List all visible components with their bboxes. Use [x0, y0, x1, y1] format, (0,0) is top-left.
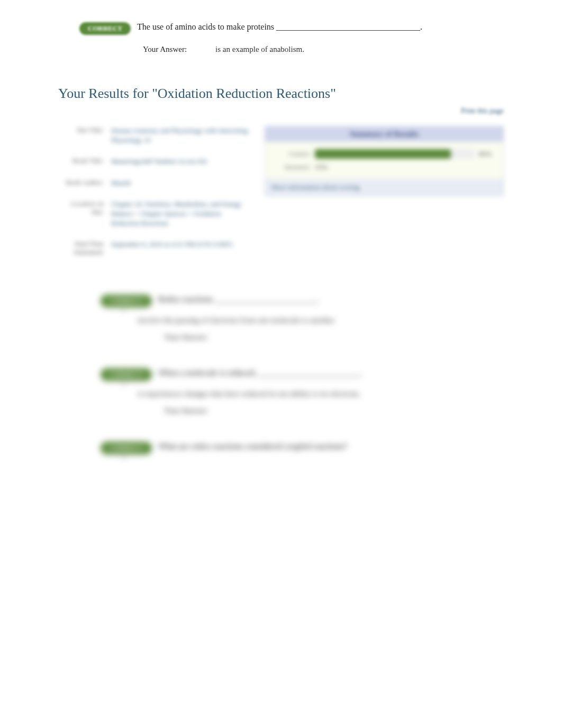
question-number: 2 — [122, 380, 126, 389]
book-author-value: Marieb — [111, 178, 249, 188]
question-text: What are redox reactions considered coup… — [158, 442, 347, 451]
correct-badge: CORRECT — [101, 295, 152, 307]
summary-correct-label: Correct — [273, 150, 315, 158]
your-answer-label: Your Answer: — [164, 406, 208, 415]
correct-badge: CORRECT — [101, 368, 152, 381]
summary-correct-bar — [315, 149, 475, 159]
answer-value: it experiences changes that have reduced… — [138, 389, 504, 398]
question-number: 3 — [122, 453, 126, 462]
question-block-3: 3 CORRECT What are redox reactions consi… — [58, 442, 504, 454]
summary-incorrect-pct: 15% — [315, 163, 496, 171]
answer-value: involve the passing of electrons from on… — [138, 316, 504, 325]
question-block-2: 2 CORRECT When a molecule is reduced, __… — [58, 368, 504, 415]
summary-panel: Summary of Results Correct 85% Incorrect… — [265, 126, 504, 268]
correct-badge: CORRECT — [101, 442, 152, 454]
answer-value: is an example of anabolism. — [215, 45, 304, 54]
summary-correct-pct: 85% — [475, 150, 496, 158]
print-page-link[interactable]: Print this page — [58, 107, 504, 115]
location-value: Chapter 24: Nutrition, Metabolism, and E… — [111, 199, 249, 229]
question-text: When a molecule is reduced, ____________… — [158, 368, 362, 377]
question-text: The use of amino acids to make proteins … — [137, 22, 422, 31]
book-author-label: Book Author: — [58, 178, 111, 188]
book-title-value: MasteringA&P Student Access Kit — [111, 157, 249, 166]
date-value: September 6, 2016 at 4:31 PM (UTC/GMT) — [111, 240, 249, 257]
question-number: 1 — [122, 306, 126, 315]
meta-left-column: Site Title: Human Anatomy and Physiology… — [58, 126, 249, 268]
your-answer-label: Your Answer: — [143, 45, 187, 53]
results-meta: Site Title: Human Anatomy and Physiology… — [58, 126, 504, 268]
summary-incorrect-label: Incorrect — [273, 163, 315, 171]
question-text: Redox reactions ________________________… — [158, 295, 319, 304]
date-label: Date/Time Submitted: — [58, 240, 111, 257]
summary-footer-link[interactable]: More information about scoring — [265, 179, 503, 196]
correct-badge: CORRECT — [79, 22, 131, 35]
site-title-label: Site Title: — [58, 126, 111, 145]
results-title: Your Results for "Oxidation Reduction Re… — [58, 86, 504, 102]
your-answer-label: Your Answer: — [164, 333, 208, 341]
summary-header: Summary of Results — [265, 126, 503, 142]
question-block-1: 1 CORRECT Redox reactions ______________… — [58, 295, 504, 342]
question-block-top: CORRECT The use of amino acids to make p… — [58, 22, 504, 54]
site-title-value: Human Anatomy and Physiology with Intere… — [111, 126, 249, 145]
location-label: Location on Site: — [58, 199, 111, 229]
book-title-label: Book Title: — [58, 157, 111, 166]
